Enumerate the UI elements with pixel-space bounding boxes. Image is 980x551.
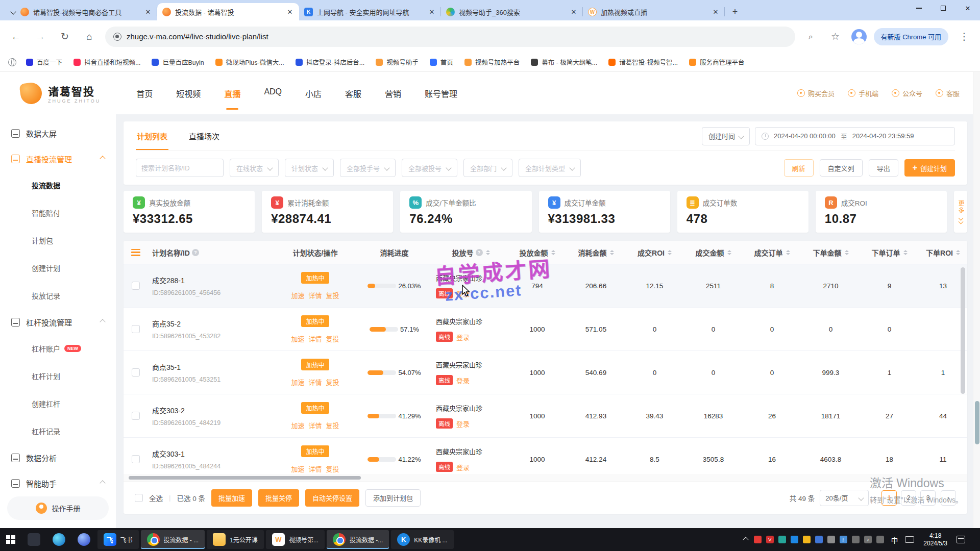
ime-indicator[interactable]: 中 <box>889 535 900 545</box>
batch-button-自动关停设置[interactable]: 自动关停设置 <box>305 489 359 507</box>
taskbar-app-投流数据 -...[interactable]: 投流数据 -... <box>327 530 389 549</box>
sort-icon[interactable] <box>845 250 849 255</box>
tray-chevron-up-icon[interactable] <box>743 537 748 542</box>
globe-icon[interactable] <box>8 58 16 66</box>
row-checkbox[interactable] <box>132 455 140 463</box>
table-horizontal-scrollbar[interactable] <box>124 474 967 481</box>
page-scrollbar-thumb[interactable] <box>975 401 979 444</box>
browser-tab[interactable]: 投流数据 - 诸葛智投✕ <box>157 3 299 20</box>
filter-select-在线状态[interactable]: 在线状态 <box>230 159 279 177</box>
sort-icon[interactable] <box>551 250 555 255</box>
profile-avatar[interactable] <box>851 29 867 44</box>
page-button-2[interactable]: 2 <box>901 490 916 506</box>
search-input[interactable] <box>136 159 224 177</box>
header-link-公众号[interactable]: 公众号 <box>892 88 922 98</box>
action-link-详情[interactable]: 详情 <box>308 377 322 387</box>
column-header-成交ROI[interactable]: 成交ROI <box>625 247 684 258</box>
action-link-复投[interactable]: 复投 <box>326 290 339 300</box>
column-header-下单订单[interactable]: 下单订单 <box>860 247 919 258</box>
row-checkbox[interactable] <box>132 412 140 420</box>
tab-plan-list[interactable]: 计划列表 <box>136 122 168 150</box>
select-all-label[interactable]: 全选 <box>149 493 163 503</box>
nav-item-账号管理[interactable]: 账号管理 <box>425 83 457 104</box>
header-link-购买会员[interactable]: 购买会员 <box>797 88 835 98</box>
browser-tab[interactable]: W加热视频或直播✕ <box>583 3 725 20</box>
action-link-加速[interactable]: 加速 <box>291 334 304 343</box>
menu-kebab-icon[interactable]: ⋮ <box>955 28 973 45</box>
action-link-详情[interactable]: 详情 <box>308 464 322 473</box>
url-text[interactable]: zhuge.v-ma.com/#/live-studio/live-plan/l… <box>127 32 268 41</box>
action-center-icon[interactable] <box>957 536 965 543</box>
sidebar-subitem-杠杆计划[interactable]: 杠杆计划 <box>0 362 116 390</box>
page-button-1[interactable]: 1 <box>881 490 897 506</box>
more-stats-tab[interactable]: 更多 <box>954 191 967 233</box>
bookmark-star-icon[interactable]: ☆ <box>827 28 844 45</box>
teal-app-icon[interactable] <box>778 536 786 543</box>
next-page-button[interactable]: › <box>941 490 956 506</box>
taskbar-app-投流数据 - ...[interactable]: 投流数据 - ... <box>141 530 205 549</box>
filter-select-全部被投号[interactable]: 全部被投号 <box>402 159 457 177</box>
column-header-下单金额[interactable]: 下单金额 <box>801 247 860 258</box>
nav-item-营销[interactable]: 营销 <box>385 83 401 104</box>
bookmark-item[interactable]: 诸葛智投-视频号智... <box>604 55 682 69</box>
action-link-详情[interactable]: 详情 <box>308 420 322 430</box>
maximize-button[interactable] <box>931 0 955 16</box>
bookmark-item[interactable]: 百度一下 <box>21 55 67 69</box>
bookmark-item[interactable]: 服务商管理平台 <box>684 55 749 69</box>
bluetooth-icon[interactable]: ᛒ <box>840 536 847 543</box>
select-all-checkbox[interactable] <box>135 494 143 502</box>
batch-button-批量加速[interactable]: 批量加速 <box>211 489 252 507</box>
nav-item-直播[interactable]: 直播 <box>224 83 240 104</box>
sort-icon[interactable] <box>668 250 672 255</box>
date-range-picker[interactable]: 2024-04-20 00:00:00 至 2024-04-20 23:59:5… <box>755 127 955 145</box>
sidebar-subitem-杠杆账户[interactable]: 杠杆账户NEW <box>0 335 116 362</box>
nav-item-ADQ[interactable]: ADQ <box>264 83 282 104</box>
row-checkbox[interactable] <box>132 325 140 333</box>
forward-icon[interactable]: → <box>32 28 49 45</box>
add-to-package-button[interactable]: 添加到计划包 <box>365 489 421 507</box>
header-link-客服[interactable]: 客服 <box>936 88 960 98</box>
column-header-成交订单[interactable]: 成交订单 <box>743 247 801 258</box>
create-plan-button[interactable]: +创建计划 <box>904 159 955 177</box>
manual-button[interactable]: 操作手册 <box>7 496 109 520</box>
input-method-app-button[interactable] <box>21 528 46 551</box>
nav-item-短视频[interactable]: 短视频 <box>176 83 201 104</box>
sort-icon[interactable] <box>610 250 614 255</box>
home-icon[interactable]: ⌂ <box>81 28 98 45</box>
nav-item-客服[interactable]: 客服 <box>345 83 361 104</box>
action-link-复投[interactable]: 复投 <box>326 377 339 387</box>
filter-select-计划状态[interactable]: 计划状态 <box>285 159 334 177</box>
taskbar-app-飞书[interactable]: 飞飞书 <box>97 530 139 549</box>
blue-app-icon[interactable] <box>791 536 798 543</box>
browser-ball-button[interactable] <box>71 528 96 551</box>
network-icon[interactable] <box>876 536 884 543</box>
taskbar-app-视频号第...[interactable]: W视频号第... <box>266 530 325 549</box>
action-link-加速[interactable]: 加速 <box>291 464 304 473</box>
tab-close-icon[interactable]: ✕ <box>144 8 152 16</box>
sidebar-item-杠杆投流管理[interactable]: 杠杆投流管理 <box>0 309 116 335</box>
taskbar-app-KK录像机 ...[interactable]: KKK录像机 ... <box>391 530 453 549</box>
edge-button[interactable] <box>46 528 71 551</box>
keyboard-icon[interactable] <box>905 536 914 543</box>
column-header-计划名称/ID[interactable]: 计划名称/ID? <box>148 247 276 258</box>
sidebar-subitem-智能赔付[interactable]: 智能赔付 <box>0 199 116 227</box>
action-link-详情[interactable]: 详情 <box>308 334 322 343</box>
bookmark-item[interactable]: 抖店登录-抖店后台... <box>291 55 370 69</box>
chrome-update-button[interactable]: 有新版 Chrome 可用 <box>874 28 948 45</box>
nav-item-小店[interactable]: 小店 <box>305 83 322 104</box>
tab-live-sessions[interactable]: 直播场次 <box>188 122 220 150</box>
sort-icon[interactable] <box>786 250 790 255</box>
battery-icon[interactable] <box>852 536 860 543</box>
action-link-详情[interactable]: 详情 <box>308 290 322 300</box>
action-link-加速[interactable]: 加速 <box>291 377 304 387</box>
login-link[interactable]: 登录 <box>456 375 470 385</box>
tab-search-chevron-icon[interactable] <box>0 3 15 20</box>
sidebar-subitem-创建计划[interactable]: 创建计划 <box>0 254 116 282</box>
sort-icon[interactable] <box>903 250 908 255</box>
sidebar-subitem-投放记录[interactable]: 投放记录 <box>0 282 116 309</box>
scrollbar-thumb[interactable] <box>129 476 361 480</box>
shield-icon[interactable] <box>815 536 823 543</box>
column-header-成交金额[interactable]: 成交金额 <box>684 247 743 258</box>
sidebar-subitem-投流数据[interactable]: 投流数据 <box>0 171 116 199</box>
column-header-计划状态/操作[interactable]: 计划状态/操作 <box>276 247 355 258</box>
